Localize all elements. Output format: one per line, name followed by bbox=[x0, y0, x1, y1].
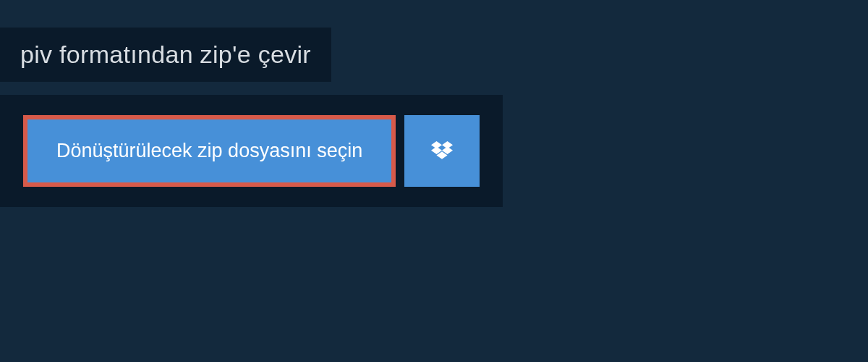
file-select-panel: Dönüştürülecek zip dosyasını seçin bbox=[0, 95, 503, 207]
title-bar: piv formatından zip'e çevir bbox=[0, 28, 331, 82]
page-title: piv formatından zip'e çevir bbox=[20, 41, 311, 69]
dropbox-button[interactable] bbox=[404, 115, 480, 187]
dropbox-icon bbox=[429, 137, 455, 165]
select-file-button[interactable]: Dönüştürülecek zip dosyasını seçin bbox=[23, 115, 396, 187]
select-file-label: Dönüştürülecek zip dosyasını seçin bbox=[56, 140, 362, 162]
